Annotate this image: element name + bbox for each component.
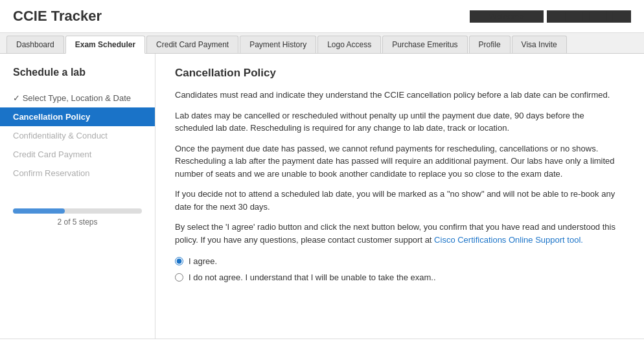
radio-agree-label: I agree. [189, 256, 217, 266]
paragraph-5: By select the 'I agree' radio button and… [175, 221, 625, 246]
tab-dashboard[interactable]: Dashboard [6, 36, 64, 53]
radio-agree-option[interactable]: I agree. [175, 256, 625, 266]
content-title: Cancellation Policy [175, 67, 625, 80]
tab-bar: Dashboard Exam Scheduler Credit Card Pay… [0, 33, 644, 54]
sidebar-item-cancellation-policy[interactable]: Cancellation Policy [0, 107, 155, 126]
sidebar-item-credit-card: Credit Card Payment [0, 145, 155, 164]
radio-disagree-label: I do not agree. I understand that I will… [189, 273, 436, 282]
progress-bar-fill [13, 208, 65, 214]
sidebar-item-confidentiality: Confidentiality & Conduct [0, 126, 155, 145]
sidebar-item-select-type[interactable]: Select Type, Location & Date [0, 89, 155, 107]
sidebar: Schedule a lab Select Type, Location & D… [0, 54, 155, 339]
tab-credit-card-payment[interactable]: Credit Card Payment [146, 36, 238, 53]
progress-bar-background [13, 208, 142, 214]
radio-disagree-option[interactable]: I do not agree. I understand that I will… [175, 273, 625, 282]
support-link[interactable]: Cisco Certifications Online Support tool… [434, 235, 583, 245]
welcome-label: Welcome [470, 10, 544, 23]
tab-purchase-emeritus[interactable]: Purchase Emeritus [382, 36, 467, 53]
sidebar-item-label: Credit Card Payment [13, 150, 91, 159]
main-content: Schedule a lab Select Type, Location & D… [0, 54, 644, 339]
sidebar-title: Schedule a lab [0, 67, 155, 89]
sidebar-item-label: Confirm Reservation [13, 168, 90, 178]
sidebar-item-label: Cancellation Policy [13, 112, 90, 122]
tab-logo-access[interactable]: Logo Access [317, 36, 381, 53]
progress-area: 2 of 5 steps [0, 195, 155, 239]
radio-disagree-input[interactable] [175, 273, 183, 282]
sidebar-item-label: Confidentiality & Conduct [13, 131, 108, 140]
footer: Back Next Cancel [0, 339, 644, 345]
paragraph-2: Lab dates may be cancelled or reschedule… [175, 109, 625, 135]
paragraph-3: Once the payment due date has passed, we… [175, 142, 625, 181]
tab-profile[interactable]: Profile [469, 36, 511, 53]
welcome-user: ████████ [547, 10, 631, 23]
welcome-message: Welcome ████████ [470, 12, 631, 21]
app-title: CCIE Tracker [13, 8, 102, 25]
tab-payment-history[interactable]: Payment History [240, 36, 316, 53]
sidebar-item-label: Select Type, Location & Date [23, 93, 131, 103]
tab-exam-scheduler[interactable]: Exam Scheduler [65, 36, 145, 54]
sidebar-item-confirm-reservation: Confirm Reservation [0, 164, 155, 183]
progress-text: 2 of 5 steps [13, 217, 142, 227]
paragraph-1: Candidates must read and indicate they u… [175, 89, 625, 102]
content-panel: Cancellation Policy Candidates must read… [155, 54, 644, 339]
paragraph-4: If you decide not to attend a scheduled … [175, 188, 625, 213]
radio-agree-input[interactable] [175, 257, 183, 265]
header: CCIE Tracker Welcome ████████ [0, 0, 644, 33]
tab-visa-invite[interactable]: Visa Invite [512, 36, 567, 53]
radio-group: I agree. I do not agree. I understand th… [175, 256, 625, 282]
